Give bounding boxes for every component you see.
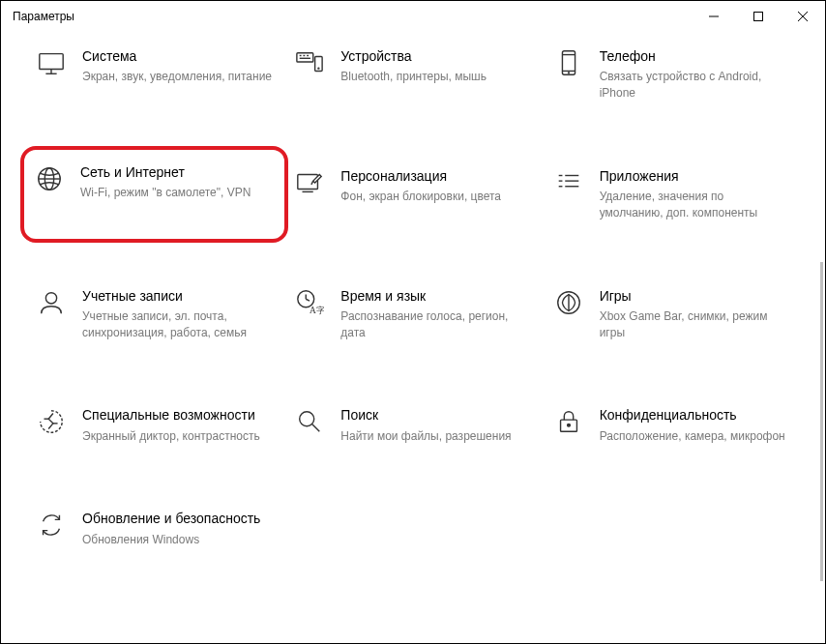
- tile-desc: Найти мои файлы, разрешения: [340, 428, 531, 445]
- tile-accessibility[interactable]: Специальные возможности Экранный диктор,…: [30, 402, 279, 448]
- search-icon: [294, 406, 325, 437]
- titlebar: Параметры: [1, 1, 825, 32]
- phone-icon: [553, 47, 584, 78]
- svg-rect-1: [754, 13, 763, 21]
- tile-accounts[interactable]: Учетные записи Учетные записи, эл. почта…: [30, 283, 279, 345]
- minimize-button[interactable]: [692, 1, 736, 32]
- svg-rect-4: [40, 54, 63, 70]
- svg-text:A字: A字: [310, 306, 324, 315]
- tile-privacy[interactable]: Конфиденциальность Расположение, камера,…: [547, 402, 796, 448]
- tile-title: Устройства: [340, 47, 531, 65]
- window-title: Параметры: [13, 10, 74, 23]
- svg-line-38: [312, 424, 320, 432]
- accounts-icon: [36, 287, 67, 318]
- scrollbar[interactable]: [820, 262, 823, 581]
- tile-phone[interactable]: Телефон Связать устройство с Android, iP…: [547, 44, 796, 105]
- tile-update[interactable]: Обновление и безопасность Обновления Win…: [30, 506, 279, 551]
- svg-point-17: [568, 73, 569, 73]
- update-icon: [36, 510, 67, 541]
- svg-point-37: [300, 412, 314, 426]
- tile-title: Учетные записи: [82, 287, 273, 305]
- gaming-icon: [553, 287, 584, 318]
- svg-point-9: [318, 68, 319, 69]
- tile-title: Время и язык: [340, 287, 531, 305]
- tile-desc: Удаление, значения по умолчанию, доп. ко…: [600, 189, 790, 221]
- tile-title: Система: [82, 47, 273, 65]
- svg-line-23: [311, 181, 313, 185]
- tile-title: Конфиденциальность: [600, 406, 790, 424]
- tile-desc: Связать устройство с Android, iPhone: [600, 69, 790, 102]
- tile-desc: Bluetooth, принтеры, мышь: [340, 69, 531, 85]
- tile-desc: Распознавание голоса, регион, дата: [340, 308, 531, 341]
- tile-title: Специальные возможности: [82, 406, 273, 424]
- tile-desc: Wi-Fi, режим "в самолете", VPN: [80, 185, 275, 201]
- tile-devices[interactable]: Устройства Bluetooth, принтеры, мышь: [288, 44, 537, 105]
- system-icon: [36, 47, 67, 78]
- maximize-button[interactable]: [736, 1, 781, 32]
- tile-desc: Xbox Game Bar, снимки, режим игры: [600, 308, 790, 341]
- tile-title: Персонализация: [340, 167, 531, 185]
- tile-desc: Экран, звук, уведомления, питание: [82, 69, 273, 85]
- privacy-icon: [553, 406, 584, 437]
- personalization-icon: [294, 167, 325, 198]
- tile-title: Обновление и безопасность: [82, 510, 273, 527]
- svg-line-33: [307, 299, 310, 301]
- settings-content: Система Экран, звук, уведомления, питани…: [1, 32, 825, 643]
- tile-search[interactable]: Поиск Найти мои файлы, разрешения: [288, 402, 537, 448]
- tile-personalization[interactable]: Персонализация Фон, экран блокировки, цв…: [288, 163, 537, 225]
- tile-time-language[interactable]: A字 Время и язык Распознавание голоса, ре…: [288, 283, 537, 345]
- svg-point-30: [45, 292, 56, 303]
- tile-title: Приложения: [600, 167, 790, 185]
- apps-icon: [553, 167, 584, 198]
- tile-network[interactable]: Сеть и Интернет Wi-Fi, режим "в самолете…: [20, 146, 288, 243]
- tile-gaming[interactable]: Игры Xbox Game Bar, снимки, режим игры: [547, 283, 796, 345]
- tile-system[interactable]: Система Экран, звук, уведомления, питани…: [30, 44, 279, 105]
- devices-icon: [294, 47, 325, 78]
- tile-desc: Расположение, камера, микрофон: [600, 428, 790, 445]
- tile-desc: Обновления Windows: [82, 532, 273, 548]
- tile-title: Телефон: [600, 47, 790, 65]
- tile-desc: Фон, экран блокировки, цвета: [340, 189, 531, 205]
- tile-title: Поиск: [340, 406, 531, 424]
- tile-desc: Экранный диктор, контрастность: [82, 428, 273, 445]
- network-icon: [34, 163, 65, 194]
- tile-title: Сеть и Интернет: [80, 163, 275, 181]
- svg-rect-7: [297, 53, 313, 62]
- time-language-icon: A字: [294, 287, 325, 318]
- svg-point-40: [567, 424, 570, 427]
- tile-title: Игры: [600, 287, 790, 305]
- tile-apps[interactable]: Приложения Удаление, значения по умолчан…: [547, 163, 796, 225]
- close-button[interactable]: [781, 1, 825, 32]
- tile-desc: Учетные записи, эл. почта, синхронизация…: [82, 308, 273, 341]
- accessibility-icon: [36, 406, 67, 437]
